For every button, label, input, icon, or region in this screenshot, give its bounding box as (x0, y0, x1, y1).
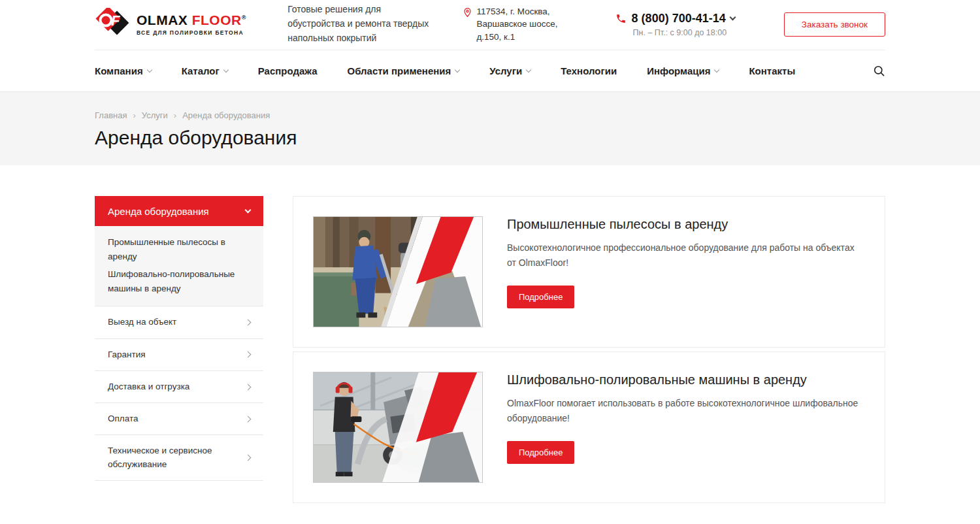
chevron-right-icon (245, 455, 252, 461)
chevron-right-icon (245, 352, 252, 358)
nav-item-contacts[interactable]: Контакты (749, 65, 795, 76)
header-address: 117534, г. Москва, Варшавское шоссе, д.1… (463, 5, 587, 44)
location-pin-icon (463, 7, 472, 18)
nav-item-applications[interactable]: Области применения (347, 65, 459, 76)
chevron-right-icon (245, 319, 252, 326)
address-line: Варшавское шоссе, (476, 18, 557, 31)
main-nav: Компания Каталог Распродажа Области прим… (0, 50, 980, 92)
service-card-grinders: Шлифовально-полировальные машины в аренд… (293, 352, 885, 503)
nav-item-technologies[interactable]: Технологии (561, 65, 617, 76)
company-tagline: Готовые решения для обустройства и ремон… (287, 3, 434, 45)
service-description: Высокотехнологичное профессиональное обо… (507, 240, 865, 270)
chevron-down-icon (455, 67, 460, 73)
sidebar-section-rent[interactable]: Аренда оборудования (95, 196, 263, 226)
nav-item-catalog[interactable]: Каталог (182, 65, 228, 76)
service-image-vacuums[interactable] (313, 216, 483, 327)
phone-icon (615, 13, 627, 24)
nav-item-services[interactable]: Услуги (489, 65, 531, 76)
chevron-down-icon (714, 67, 719, 73)
svg-text:F: F (111, 12, 120, 29)
logo-subtitle: ВСЕ ДЛЯ ПОЛИРОВКИ БЕТОНА (137, 29, 246, 36)
breadcrumb-current: Аренда оборудования (182, 110, 270, 120)
phone-number[interactable]: 8 (800) 700-41-14 (632, 12, 726, 25)
services-list: Промышленные пылесосы в аренду Высокотех… (293, 196, 885, 507)
service-card-vacuums: Промышленные пылесосы в аренду Высокотех… (293, 196, 885, 348)
sidebar: Аренда оборудования Промышленные пылесос… (95, 196, 263, 481)
service-title[interactable]: Промышленные пылесосы в аренду (507, 217, 865, 232)
order-call-button[interactable]: Заказать звонок (784, 12, 885, 37)
search-icon[interactable] (873, 65, 885, 77)
sidebar-item-delivery[interactable]: Доставка и отгрузка (95, 371, 263, 403)
breadcrumb-separator: › (174, 110, 176, 120)
service-description: OlmaxFloor помогает использовать в работ… (507, 396, 865, 426)
sidebar-subitem-vacuums[interactable]: Промышленные пылесосы в аренду (108, 235, 250, 263)
nav-item-sale[interactable]: Распродажа (258, 65, 318, 76)
sidebar-subitem-grinders[interactable]: Шлифовально-полировальные машины в аренд… (108, 267, 250, 295)
site-header: F OLMAX FLOOR® ВСЕ ДЛЯ ПОЛИРОВКИ БЕТОНА … (0, 0, 980, 50)
more-button[interactable]: Подробнее (507, 286, 574, 308)
logo-of-icon: F (95, 8, 133, 41)
working-hours: Пн. – Пт.: с 9:00 до 18:00 (615, 28, 756, 37)
breadcrumb-services[interactable]: Услуги (142, 110, 168, 120)
sidebar-item-site-visit[interactable]: Выезд на объект (95, 306, 263, 338)
sidebar-submenu: Промышленные пылесосы в аренду Шлифоваль… (95, 226, 263, 306)
chevron-down-icon (146, 67, 152, 73)
chevron-down-icon (223, 67, 229, 73)
chevron-down-icon (526, 67, 531, 73)
page-title: Аренда оборудования (95, 127, 885, 149)
sidebar-item-warranty[interactable]: Гарантия (95, 339, 263, 371)
chevron-down-icon (245, 207, 252, 214)
address-line: д.150, к.1 (476, 31, 557, 44)
logo-wordmark: OLMAX FLOOR® (137, 12, 246, 27)
sidebar-item-maintenance[interactable]: Техническое и сервисное обслуживание (95, 435, 263, 481)
sidebar-menu: Выезд на объект Гарантия Доставка и отгр… (95, 306, 263, 481)
more-button[interactable]: Подробнее (507, 441, 574, 464)
service-image-grinders[interactable] (313, 372, 483, 483)
nav-item-company[interactable]: Компания (95, 65, 152, 76)
chevron-right-icon (245, 384, 252, 390)
page-head: Главная › Услуги › Аренда оборудования А… (0, 92, 980, 165)
phone-block: 8 (800) 700-41-14 Пн. – Пт.: с 9:00 до 1… (615, 12, 756, 37)
main-content: Аренда оборудования Промышленные пылесос… (0, 165, 980, 507)
sidebar-item-payment[interactable]: Оплата (95, 403, 263, 435)
address-line: 117534, г. Москва, (476, 5, 557, 18)
nav-item-information[interactable]: Информация (647, 65, 719, 76)
chevron-down-icon[interactable] (729, 14, 736, 21)
chevron-right-icon (245, 416, 252, 422)
service-title[interactable]: Шлифовально-полировальные машины в аренд… (507, 372, 865, 387)
breadcrumb: Главная › Услуги › Аренда оборудования (95, 110, 885, 120)
breadcrumb-separator: › (133, 110, 135, 120)
logo[interactable]: F OLMAX FLOOR® ВСЕ ДЛЯ ПОЛИРОВКИ БЕТОНА (95, 8, 259, 41)
breadcrumb-home[interactable]: Главная (95, 110, 127, 120)
